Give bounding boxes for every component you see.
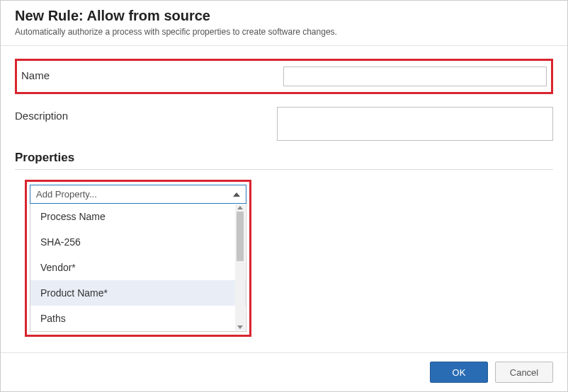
description-input[interactable] [277, 107, 553, 141]
dropdown-option-sha-256[interactable]: SHA-256 [30, 229, 246, 255]
dropdown-option-vendor[interactable]: Vendor* [30, 255, 246, 280]
dialog-title: New Rule: Allow from source [15, 8, 553, 24]
name-label: Name [21, 67, 283, 81]
scroll-up-icon [237, 206, 243, 209]
divider [15, 169, 553, 170]
dropdown-option-process-name[interactable]: Process Name [30, 204, 246, 229]
name-input[interactable] [283, 67, 547, 86]
name-row: Name [15, 59, 553, 94]
dialog-footer: OK Cancel [1, 352, 567, 391]
description-label: Description [15, 107, 277, 122]
properties-section-title: Properties [15, 151, 553, 165]
dropdown-scrollbar[interactable] [235, 204, 245, 330]
add-property-placeholder: Add Property... [36, 189, 97, 200]
scrollbar-thumb[interactable] [237, 212, 244, 261]
scroll-down-icon [237, 325, 243, 329]
dialog-header: New Rule: Allow from source Automaticall… [1, 1, 567, 46]
chevron-up-icon [233, 192, 240, 197]
cancel-button[interactable]: Cancel [495, 362, 553, 383]
form-area: Name Description Properties Add Property… [1, 46, 567, 352]
add-property-dropdown: Add Property... Process Name SHA-256 Ven… [25, 180, 251, 337]
dropdown-option-product-name[interactable]: Product Name* [30, 280, 246, 306]
dialog-subtitle: Automatically authorize a process with s… [15, 27, 553, 37]
add-property-dropdown-toggle[interactable]: Add Property... [30, 185, 246, 204]
ok-button[interactable]: OK [430, 362, 488, 383]
add-property-dropdown-list: Process Name SHA-256 Vendor* Product Nam… [30, 204, 246, 332]
description-row: Description [15, 107, 553, 141]
dropdown-option-paths[interactable]: Paths [30, 306, 246, 331]
